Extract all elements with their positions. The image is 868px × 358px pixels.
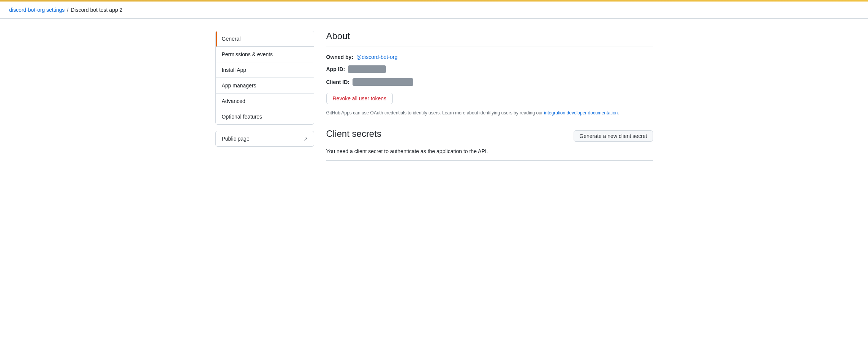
sidebar-item-general[interactable]: General (216, 31, 314, 47)
about-section: About Owned by: @discord-bot-org App ID:… (326, 31, 653, 116)
sidebar-item-permissions[interactable]: Permissions & events (216, 47, 314, 62)
sidebar-item-label-general: General (222, 36, 241, 42)
client-secrets-description: You need a client secret to authenticate… (326, 148, 653, 154)
help-text-before: GitHub Apps can use OAuth credentials to… (326, 110, 544, 116)
owned-by-label: Owned by: (326, 54, 354, 60)
breadcrumb-separator: / (67, 7, 68, 13)
content-area: About Owned by: @discord-bot-org App ID:… (326, 31, 653, 173)
sidebar-item-app-managers[interactable]: App managers (216, 78, 314, 93)
breadcrumb: discord-bot-org settings / Discord bot t… (0, 2, 868, 19)
client-id-row: Client ID: (326, 78, 653, 86)
owner-link[interactable]: @discord-bot-org (356, 54, 397, 60)
breadcrumb-current: Discord bot test app 2 (71, 7, 122, 13)
sidebar-item-optional-features[interactable]: Optional features (216, 109, 314, 124)
app-id-row: App ID: (326, 65, 653, 73)
external-link-icon: ↗ (304, 136, 308, 142)
revoke-button-container: Revoke all user tokens (326, 91, 653, 109)
sidebar-item-label-app-managers: App managers (222, 82, 256, 89)
about-title: About (326, 31, 653, 41)
owned-by-row: Owned by: @discord-bot-org (326, 54, 653, 60)
breadcrumb-org-link[interactable]: discord-bot-org settings (9, 7, 65, 13)
sidebar-item-label-optional-features: Optional features (222, 114, 262, 120)
app-id-label: App ID: (326, 66, 345, 72)
sidebar-item-install-app[interactable]: Install App (216, 62, 314, 78)
client-secrets-header: Client secrets Generate a new client sec… (326, 128, 653, 144)
help-text-after: . (618, 110, 619, 116)
sidebar-item-public-page[interactable]: Public page ↗ (215, 131, 314, 147)
sidebar-item-advanced[interactable]: Advanced (216, 93, 314, 109)
about-divider (326, 46, 653, 46)
client-secrets-section: Client secrets Generate a new client sec… (326, 128, 653, 161)
generate-client-secret-button[interactable]: Generate a new client secret (574, 130, 653, 142)
client-secrets-divider (326, 160, 653, 161)
sidebar-item-label-install-app: Install App (222, 67, 247, 73)
client-id-redacted (353, 78, 413, 86)
main-layout: General Permissions & events Install App… (206, 19, 662, 185)
public-page-label: Public page (222, 136, 250, 142)
client-id-label: Client ID: (326, 79, 349, 85)
client-secrets-title: Client secrets (326, 128, 381, 139)
revoke-all-tokens-button[interactable]: Revoke all user tokens (326, 93, 393, 104)
sidebar-item-label-advanced: Advanced (222, 98, 245, 104)
app-id-redacted (348, 65, 386, 73)
sidebar-nav: General Permissions & events Install App… (215, 31, 314, 125)
integration-docs-link[interactable]: integration developer documentation (544, 110, 618, 116)
sidebar-item-label-permissions: Permissions & events (222, 51, 273, 57)
about-help-text: GitHub Apps can use OAuth credentials to… (326, 109, 653, 116)
sidebar: General Permissions & events Install App… (215, 31, 314, 173)
